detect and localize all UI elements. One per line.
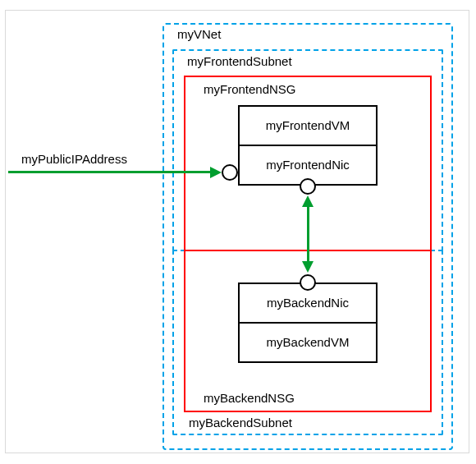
arrow-publicip-to-nic-head [210,167,222,178]
frontend-subnet-label: myFrontendSubnet [187,54,292,68]
arrow-inter-nic-line [307,205,309,263]
frontend-nic-port-bottom [300,178,316,195]
frontend-nsg-label: myFrontendNSG [204,82,296,96]
backend-nic-port-top [300,274,316,291]
frontend-vm-box: myFrontendVM [238,105,378,146]
vnet-label: myVNet [177,27,221,41]
backend-nsg-label: myBackendNSG [204,391,295,405]
frontend-nic-port-left [222,164,238,181]
backend-subnet-label: myBackendSubnet [189,416,292,430]
frontend-vm-label: myFrontendVM [240,118,376,132]
diagram-stage: myVNet myFrontendSubnet myBackendSubnet … [0,0,476,464]
backend-vm-label: myBackendVM [240,335,376,349]
backend-vm-box: myBackendVM [238,322,378,363]
arrow-publicip-to-nic [8,171,210,173]
backend-nic-label: myBackendNic [240,296,376,310]
frontend-nic-label: myFrontendNic [240,158,376,172]
arrow-inter-nic-head-down [302,261,314,273]
public-ip-label: myPublicIPAddress [21,152,127,166]
